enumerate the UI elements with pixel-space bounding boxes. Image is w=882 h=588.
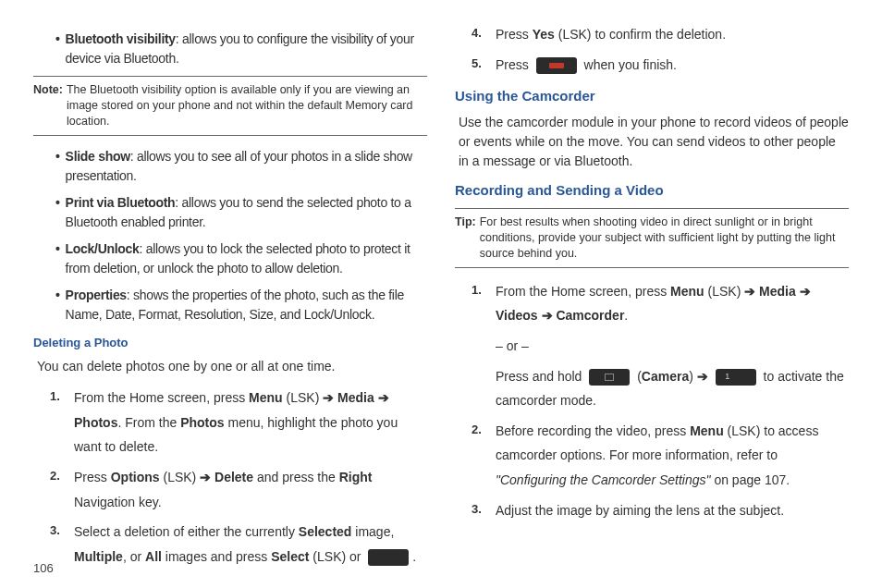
end-key-icon <box>536 57 577 74</box>
camera-key-icon <box>589 369 630 386</box>
note-text: The Bluetooth visibility option is avail… <box>67 82 427 129</box>
note-box: Note: The Bluetooth visibility option is… <box>33 76 427 136</box>
page-number: 106 <box>33 559 54 578</box>
left-column: • Bluetooth visibility: allows you to co… <box>33 26 427 575</box>
tip-text: For best results when shooting video in … <box>480 214 849 262</box>
ok-key-icon <box>368 549 409 566</box>
bullet-slide-show: • Slide show: allows you to see all of y… <box>55 147 427 186</box>
delete-intro: You can delete photos one by one or all … <box>37 357 427 376</box>
right-column: 4. Press Yes (LSK) to confirm the deleti… <box>455 26 849 575</box>
rec-step-3: 3. Adjust the image by aiming the lens a… <box>472 498 849 523</box>
bullet-properties: • Properties: shows the properties of th… <box>55 286 427 325</box>
rec-step-1: 1. From the Home screen, press Menu (LSK… <box>472 279 849 413</box>
step-2: 2. Press Options (LSK) ➔ Delete and pres… <box>50 465 427 514</box>
rec-step-2: 2. Before recording the video, press Men… <box>472 419 849 493</box>
tip-box: Tip: For best results when shooting vide… <box>455 208 849 268</box>
bullet-bluetooth-visibility: • Bluetooth visibility: allows you to co… <box>55 30 427 68</box>
heading-deleting-photo: Deleting a Photo <box>33 334 427 352</box>
heading-using-camcorder: Using the Camcorder <box>455 86 849 107</box>
tip-label: Tip: <box>455 214 476 262</box>
step-1: 1. From the Home screen, press Menu (LSK… <box>50 386 427 459</box>
bullet-print-bluetooth: • Print via Bluetooth: allows you to sen… <box>55 193 427 232</box>
label: Bluetooth visibility <box>66 31 176 46</box>
step-5: 5. Press when you finish. <box>472 53 849 78</box>
heading-recording-video: Recording and Sending a Video <box>455 180 849 202</box>
bullet-lock-unlock: • Lock/Unlock: allows you to lock the se… <box>55 239 427 278</box>
camcorder-text: Use the camcorder module in your phone t… <box>459 113 849 171</box>
step-3: 3. Select a deletion of either the curre… <box>50 520 427 569</box>
note-label: Note: <box>33 82 63 129</box>
one-key-icon <box>716 369 756 386</box>
or-divider: – or – <box>496 334 849 359</box>
bullet-dot: • <box>55 30 60 68</box>
step-4: 4. Press Yes (LSK) to confirm the deleti… <box>472 22 849 47</box>
